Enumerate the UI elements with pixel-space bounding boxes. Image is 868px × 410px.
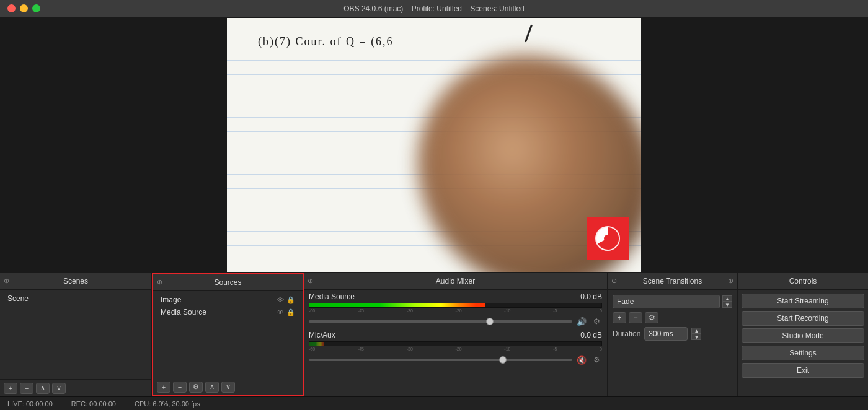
maximize-button[interactable] (32, 4, 40, 12)
sources-header: ⊕ Sources (153, 274, 303, 291)
studio-mode-button[interactable]: Studio Mode (742, 328, 864, 343)
scenes-down-button[interactable]: ∨ (52, 383, 66, 394)
scenes-title: Scenes (63, 277, 88, 286)
sources-remove-button[interactable]: − (173, 382, 187, 393)
controls-content: Start Streaming Start Recording Studio M… (738, 290, 868, 396)
close-button[interactable] (7, 4, 16, 12)
audio-controls-media: 🔊 ⚙ (309, 315, 602, 328)
audio-mixer-header: ⊕ Audio Mixer (304, 273, 607, 290)
sources-settings-button[interactable]: ⚙ (189, 382, 203, 393)
audio-controls-mic: 🔇 ⚙ (309, 353, 602, 367)
controls-panel: Controls Start Streaming Start Recording… (738, 273, 868, 396)
panels-row: ⊕ Scenes Scene + − ∧ ∨ ⊕ Sources (0, 273, 868, 396)
audio-icon[interactable]: ⊕ (308, 277, 313, 285)
duration-down-arrow[interactable]: ▼ (691, 334, 701, 340)
eye-icon-2[interactable]: 👁 (277, 308, 284, 316)
volume-slider-media-track (309, 320, 572, 323)
transitions-settings-button[interactable]: ⚙ (645, 312, 658, 323)
source-media-item[interactable]: Media Source 👁 🔒 (156, 306, 300, 318)
scenes-add-button[interactable]: + (4, 383, 17, 394)
sources-up-button[interactable]: ∧ (205, 382, 219, 393)
scenes-icon[interactable]: ⊕ (4, 277, 9, 285)
sources-icon[interactable]: ⊕ (157, 278, 162, 286)
audio-content: Media Source 0.0 dB -60-45-30-20-10-50 (304, 290, 607, 396)
svg-point-1 (604, 235, 611, 242)
titlebar: OBS 24.0.6 (mac) – Profile: Untitled – S… (0, 0, 868, 17)
eye-icon[interactable]: 👁 (277, 296, 284, 304)
scenes-remove-button[interactable]: − (20, 383, 33, 394)
duration-input[interactable] (644, 327, 688, 341)
scene-transitions-header: ⊕ Scene Transitions ⊕ (608, 273, 737, 290)
volume-slider-mic-container (309, 355, 572, 364)
exit-button[interactable]: Exit (742, 363, 864, 378)
audio-meter-media-bar (309, 303, 602, 308)
duration-up-arrow[interactable]: ▲ (691, 328, 701, 334)
audio-meter-media: -60-45-30-20-10-50 (309, 303, 602, 313)
audio-mixer-panel: ⊕ Audio Mixer Media Source 0.0 dB (304, 273, 608, 396)
sources-toolbar: + − ⚙ ∧ ∨ (153, 378, 303, 395)
scene-item[interactable]: Scene (2, 292, 149, 305)
audio-settings-mic[interactable]: ⚙ (591, 354, 602, 365)
transition-select-row: Fade ▲ ▼ (613, 295, 732, 308)
sources-panel: ⊕ Sources Image 👁 🔒 Media Source (152, 273, 304, 396)
source-image-item[interactable]: Image 👁 🔒 (156, 294, 300, 306)
scene-transitions-panel: ⊕ Scene Transitions ⊕ Fade ▲ ▼ (608, 273, 738, 396)
audio-settings-media[interactable]: ⚙ (591, 316, 602, 327)
scenes-content: Scene (0, 290, 151, 379)
transitions-icon-right[interactable]: ⊕ (728, 277, 733, 285)
lock-icon-2[interactable]: 🔒 (286, 308, 295, 316)
mute-button-mic[interactable]: 🔇 (576, 354, 587, 365)
audio-channel-media-name: Media Source (309, 292, 355, 301)
sources-add-button[interactable]: + (157, 382, 170, 393)
transitions-remove-button[interactable]: − (629, 312, 642, 323)
transitions-icon-left[interactable]: ⊕ (611, 277, 617, 285)
transition-arrows: ▲ ▼ (722, 295, 732, 308)
math-text: (b)(7) Cour. of Q = (6,6 (258, 35, 394, 48)
obs-logo-overlay (587, 217, 629, 260)
transitions-toolbar: + − ⚙ (613, 312, 732, 323)
start-recording-button[interactable]: Start Recording (742, 311, 864, 326)
transition-down-arrow[interactable]: ▼ (722, 302, 732, 308)
volume-slider-media-container (309, 317, 572, 326)
preview-area: (b)(7) Cour. of Q = (6,6 (0, 17, 868, 273)
audio-channel-mic: Mic/Aux 0.0 dB -60-45-30-20-10-50 (309, 331, 602, 367)
sources-down-button[interactable]: ∨ (221, 382, 235, 393)
preview-canvas: (b)(7) Cour. of Q = (6,6 (227, 18, 641, 272)
duration-row: Duration ▲ ▼ (613, 327, 732, 341)
transition-type-select[interactable]: Fade (613, 295, 720, 308)
minimize-button[interactable] (20, 4, 28, 12)
window-controls[interactable] (7, 4, 40, 12)
scenes-panel: ⊕ Scenes Scene + − ∧ ∨ (0, 273, 152, 396)
audio-channel-media: Media Source 0.0 dB -60-45-30-20-10-50 (309, 292, 602, 328)
scenes-toolbar: + − ∧ ∨ (0, 379, 151, 396)
preview-image: (b)(7) Cour. of Q = (6,6 (227, 18, 641, 272)
audio-channel-media-db: 0.0 dB (580, 292, 602, 301)
source-media-label: Media Source (161, 308, 206, 316)
window-title: OBS 24.0.6 (mac) – Profile: Untitled – S… (343, 4, 524, 13)
transitions-content: Fade ▲ ▼ + − ⚙ Duration (608, 290, 737, 396)
controls-header: Controls (738, 273, 868, 290)
audio-channel-mic-db: 0.0 dB (580, 331, 602, 339)
rec-status: REC: 00:00:00 (71, 400, 116, 408)
scenes-up-button[interactable]: ∧ (36, 383, 50, 394)
status-bar: LIVE: 00:00:00 REC: 00:00:00 CPU: 6.0%, … (0, 396, 868, 410)
lock-icon[interactable]: 🔒 (286, 296, 295, 304)
audio-channel-mic-header: Mic/Aux 0.0 dB (309, 331, 602, 339)
cpu-status: CPU: 6.0%, 30.00 fps (135, 400, 200, 408)
transition-up-arrow[interactable]: ▲ (722, 295, 732, 302)
audio-meter-mic-fill (309, 342, 324, 346)
volume-slider-mic-track (309, 359, 572, 361)
settings-button[interactable]: Settings (742, 346, 864, 360)
mute-button-media[interactable]: 🔊 (576, 316, 587, 327)
volume-slider-media-thumb[interactable] (486, 318, 494, 325)
duration-arrows: ▲ ▼ (691, 328, 701, 340)
volume-slider-mic-thumb[interactable] (499, 356, 507, 364)
controls-title: Controls (789, 277, 817, 286)
bottom-panel: ⊕ Scenes Scene + − ∧ ∨ ⊕ Sources (0, 273, 868, 396)
start-streaming-button[interactable]: Start Streaming (742, 294, 864, 308)
sources-content: Image 👁 🔒 Media Source 👁 🔒 (153, 291, 303, 378)
transitions-add-button[interactable]: + (613, 312, 626, 323)
sources-title: Sources (214, 278, 241, 287)
source-image-label: Image (161, 295, 181, 304)
source-media-icons: 👁 🔒 (277, 308, 295, 316)
